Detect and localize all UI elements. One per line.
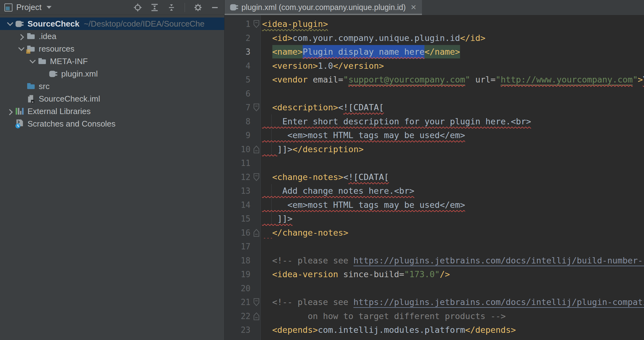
tree-item-external-libraries[interactable]: External Libraries — [0, 105, 224, 118]
chevron-down-icon[interactable] — [27, 59, 37, 63]
code-line-19[interactable]: 19 <idea-version since-build="173.0"/> — [225, 268, 644, 282]
code-token: <vendor — [272, 75, 313, 84]
code-token: <description> — [272, 102, 338, 112]
fold-start-icon[interactable] — [253, 298, 260, 307]
code-token — [262, 172, 272, 182]
tree-item-sourcecheck-iml[interactable]: SourceCheck.iml — [0, 92, 224, 105]
code-token: ]]> — [277, 214, 293, 223]
code-line-7[interactable]: 7 <description><![CDATA[ — [225, 101, 644, 115]
chevron-down-icon[interactable] — [4, 22, 15, 26]
code-token — [262, 214, 277, 223]
tree-item-scratches-and-consoles[interactable]: Scratches and Consoles — [0, 118, 224, 130]
code-token: <version> — [272, 61, 318, 71]
code-line-content: <depends>com.intellij.modules.platform</… — [261, 323, 516, 337]
code-link[interactable]: https://plugins.jetbrains.com/docs/intel… — [354, 297, 644, 307]
code-line-13[interactable]: 13 Add change notes here.<br> — [225, 184, 644, 198]
code-token: <name> — [272, 45, 303, 58]
code-line-12[interactable]: 12 <change-notes><![CDATA[ — [225, 170, 644, 184]
fold-end-icon[interactable] — [253, 228, 260, 237]
fold-start-icon[interactable] — [253, 173, 260, 182]
code-line-4[interactable]: 4 <version>1.0</version> — [225, 59, 644, 73]
code-token: <!-- please see — [272, 256, 354, 265]
scratches-icon — [15, 119, 24, 128]
fold-end-icon[interactable] — [253, 312, 260, 321]
tree-item-meta-inf[interactable]: META-INF — [0, 55, 224, 68]
line-number: 2 — [225, 31, 261, 45]
code-link[interactable]: https://plugins.jetbrains.com/docs/intel… — [354, 256, 644, 265]
tree-item--idea[interactable]: .idea — [0, 30, 224, 42]
code-line-10[interactable]: 10 ]]></description> — [225, 142, 644, 157]
chevron-right-icon[interactable] — [16, 34, 26, 38]
code-line-6[interactable]: 6 — [225, 87, 644, 101]
code-token: since-build — [343, 269, 399, 279]
settings-gear-button[interactable] — [193, 2, 203, 12]
code-line-11[interactable]: 11 — [225, 156, 644, 170]
tree-item-src[interactable]: src — [0, 80, 224, 92]
tree-item-label: plugin.xml — [61, 69, 98, 79]
code-line-9[interactable]: 9 <em>most HTML tags may be used</em> — [225, 128, 644, 142]
code-link[interactable]: http://www.yourcompany.com — [501, 75, 633, 84]
project-toolbar-title-group[interactable]: Project — [4, 2, 133, 12]
code-token — [262, 47, 272, 57]
code-line-18[interactable]: 18 <!-- please see https://plugins.jetbr… — [225, 254, 644, 268]
code-token — [262, 102, 272, 112]
code-line-3[interactable]: 3 <name>Plugin display name here</name> — [225, 45, 644, 59]
code-token: <idea-plugin> — [262, 19, 328, 29]
code-line-15[interactable]: 15 ]]> — [225, 212, 644, 226]
fold-start-icon[interactable] — [253, 103, 260, 112]
line-number: 5 — [225, 73, 261, 87]
code-line-23[interactable]: 23 <depends>com.intellij.modules.platfor… — [225, 323, 644, 337]
code-line-content: <description><![CDATA[ — [261, 101, 384, 115]
tree-item-label: META-INF — [50, 57, 88, 66]
code-line-22[interactable]: 22 on how to target different products -… — [225, 309, 644, 323]
code-line-21[interactable]: 21 <!-- please see https://plugins.jetbr… — [225, 295, 644, 309]
code-token — [262, 256, 272, 265]
code-line-content — [261, 240, 262, 254]
fold-start-icon[interactable] — [253, 20, 260, 28]
code-line-1[interactable]: 1<idea-plugin> — [225, 17, 644, 31]
project-toolbar-actions — [133, 2, 220, 12]
settings-gear-icon — [193, 2, 203, 12]
code-line-20[interactable]: 20 — [225, 282, 644, 296]
code-line-content: <name>Plugin display name here</name> — [261, 45, 460, 59]
code-token: Add change notes here.<br> — [262, 186, 414, 196]
editor-tab-plugin-xml[interactable]: plugin.xml (com.your.company.unique.plug… — [225, 0, 422, 15]
code-line-content: <!-- please see https://plugins.jetbrain… — [261, 254, 644, 268]
collapse-all-button[interactable] — [166, 2, 176, 12]
chevron-right-icon[interactable] — [4, 109, 15, 113]
code-token: Enter short description for your plugin … — [262, 117, 531, 126]
tree-item-resources[interactable]: resources — [0, 42, 224, 55]
line-number: 13 — [225, 184, 261, 198]
tree-item-plugin-xml[interactable]: plugin.xml — [0, 68, 224, 80]
code-token: ![CDATA[ — [348, 172, 389, 182]
module-file-icon — [26, 94, 36, 103]
code-line-5[interactable]: 5 <vendor email="support@yourcompany.com… — [225, 73, 644, 87]
close-icon[interactable]: × — [411, 2, 416, 12]
locate-target-button[interactable] — [133, 2, 143, 12]
code-editor[interactable]: 1<idea-plugin>2 <id>com.your.company.uni… — [225, 15, 644, 340]
code-line-8[interactable]: 8 Enter short description for your plugi… — [225, 115, 644, 129]
code-line-24[interactable]: 24 — [225, 337, 644, 340]
project-tool-window: Project SourceCheck~/Desktop/code/IDEA/S… — [0, 0, 225, 340]
editor-tab-label: plugin.xml (com.your.company.unique.plug… — [241, 3, 406, 12]
tree-item-sourcecheck[interactable]: SourceCheck~/Desktop/code/IDEA/SourceChe — [0, 18, 224, 30]
line-number: 6 — [225, 87, 261, 101]
chevron-down-icon[interactable] — [16, 47, 26, 51]
line-number: 17 — [225, 240, 261, 254]
code-line-content: ]]></description> — [261, 142, 364, 157]
tree-item-label: resources — [39, 44, 74, 54]
code-token: </description> — [293, 144, 364, 154]
fold-end-icon[interactable] — [253, 145, 260, 154]
expand-all-button[interactable] — [150, 2, 160, 12]
plugin-icon — [230, 3, 238, 12]
code-token: </change-notes> — [272, 228, 349, 238]
code-token: <!-- please see — [272, 297, 354, 307]
code-link[interactable]: support@yourcompany.com — [348, 75, 465, 84]
code-line-17[interactable]: 17 — [225, 240, 644, 254]
code-token: <em>most HTML tags may be used</em> — [262, 130, 465, 140]
code-line-2[interactable]: 2 <id>com.your.company.unique.plugin.id<… — [225, 31, 644, 45]
code-line-16[interactable]: 16 </change-notes> — [225, 226, 644, 240]
hide-panel-button[interactable] — [210, 2, 220, 12]
code-token — [262, 61, 272, 71]
code-line-14[interactable]: 14 <em>most HTML tags may be used</em> — [225, 198, 644, 212]
